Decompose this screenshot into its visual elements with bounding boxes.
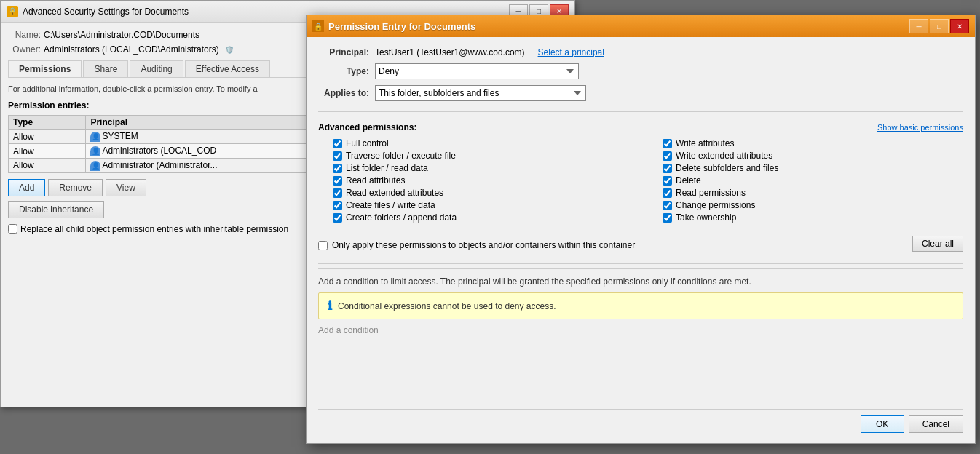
clear-all-button[interactable]: Clear all: [912, 236, 963, 252]
perm-list-folder-label: List folder / read data: [346, 163, 428, 173]
perm-read-extended-checkbox[interactable]: [333, 188, 342, 198]
fg-close-button[interactable]: ✕: [950, 19, 969, 33]
apply-only-checkbox[interactable]: [318, 241, 328, 250]
view-button[interactable]: View: [106, 179, 146, 196]
owner-icon: 🛡️: [225, 46, 234, 54]
owner-label: Owner:: [8, 44, 41, 55]
tab-auditing[interactable]: Auditing: [130, 60, 183, 77]
fg-minimize-button[interactable]: ─: [909, 19, 928, 33]
fg-titlebar-controls: ─ □ ✕: [909, 19, 969, 33]
type-row: Type: Allow Deny: [318, 63, 963, 79]
perm-write-attributes-label: Write attributes: [676, 138, 734, 148]
type-select[interactable]: Allow Deny: [375, 63, 579, 79]
name-value: C:\Users\Administrator.COD\Documents: [44, 30, 199, 40]
replace-checkbox[interactable]: [8, 224, 17, 234]
applies-to-select[interactable]: This folder, subfolders and files This f…: [375, 85, 586, 101]
add-condition-link: Add a condition: [318, 325, 963, 335]
perm-list-folder-checkbox[interactable]: [333, 164, 342, 173]
perm-create-files: Create files / write data: [333, 200, 633, 210]
disable-inheritance-button[interactable]: Disable inheritance: [8, 201, 104, 218]
adv-header: Advanced permissions: Show basic permiss…: [318, 122, 963, 132]
dialog-footer: OK Cancel: [318, 409, 963, 433]
row2-type: Allow: [9, 144, 86, 159]
select-principal-link[interactable]: Select a principal: [538, 47, 604, 57]
bg-title-left: 🔒 Advanced Security Settings for Documen…: [7, 6, 189, 17]
fg-maximize-button[interactable]: □: [930, 19, 949, 33]
fg-dialog-title: Permission Entry for Documents: [328, 21, 475, 32]
perm-create-files-label: Create files / write data: [346, 200, 435, 210]
perm-create-folders: Create folders / append data: [333, 212, 633, 223]
perm-change-permissions-checkbox[interactable]: [663, 201, 672, 210]
row1-type: Allow: [9, 130, 86, 144]
cancel-button[interactable]: Cancel: [909, 415, 963, 433]
perm-read-attributes-checkbox[interactable]: [333, 176, 342, 186]
info-box: ℹ Conditional expressions cannot be used…: [318, 292, 963, 319]
perm-full-control-checkbox[interactable]: [333, 139, 342, 148]
perm-read-permissions-checkbox[interactable]: [663, 188, 672, 198]
fg-title-left: 🔒 Permission Entry for Documents: [312, 20, 475, 32]
applies-to-row: Applies to: This folder, subfolders and …: [318, 85, 963, 101]
perm-delete: Delete: [663, 175, 963, 186]
perm-write-extended: Write extended attributes: [663, 151, 963, 161]
row3-type: Allow: [9, 159, 86, 173]
add-button[interactable]: Add: [8, 179, 45, 196]
perm-write-attributes-checkbox[interactable]: [663, 139, 672, 148]
perm-create-folders-label: Create folders / append data: [346, 212, 457, 223]
perm-create-files-checkbox[interactable]: [333, 201, 342, 210]
adv-permissions-title: Advanced permissions:: [318, 122, 416, 132]
remove-button[interactable]: Remove: [48, 179, 103, 196]
perm-write-extended-label: Write extended attributes: [676, 151, 772, 161]
perm-create-folders-checkbox[interactable]: [333, 213, 342, 223]
perm-read-extended-label: Read extended attributes: [346, 188, 443, 198]
tab-share[interactable]: Share: [83, 60, 128, 77]
perm-delete-subfolders-checkbox[interactable]: [663, 164, 672, 173]
perm-traverse-folder-checkbox[interactable]: [333, 151, 342, 161]
bg-title-icon: 🔒: [7, 6, 18, 17]
apply-only-row: Only apply these permissions to objects …: [318, 240, 635, 250]
perm-take-ownership-checkbox[interactable]: [663, 213, 672, 223]
perm-delete-label: Delete: [676, 175, 701, 186]
ok-button[interactable]: OK: [861, 415, 904, 433]
perm-read-attributes-label: Read attributes: [346, 175, 405, 186]
perm-list-folder: List folder / read data: [333, 163, 633, 173]
principal-row: Principal: TestUser1 (TestUser1@www.cod.…: [318, 47, 963, 57]
perm-write-extended-checkbox[interactable]: [663, 151, 672, 161]
principal-value: TestUser1 (TestUser1@www.cod.com): [375, 47, 525, 57]
name-label: Name:: [8, 30, 41, 40]
perm-read-permissions-label: Read permissions: [676, 188, 746, 198]
perm-read-permissions: Read permissions: [663, 188, 963, 198]
divider-1: [318, 111, 963, 112]
perm-traverse-folder-label: Traverse folder / execute file: [346, 151, 456, 161]
perm-full-control-label: Full control: [346, 138, 389, 148]
perm-delete-subfolders: Delete subfolders and files: [663, 163, 963, 173]
principal-label: Principal:: [318, 47, 369, 57]
bg-window-title: Advanced Security Settings for Documents: [23, 7, 189, 17]
perm-take-ownership: Take ownership: [663, 212, 963, 223]
perm-traverse-folder: Traverse folder / execute file: [333, 151, 633, 161]
show-basic-link[interactable]: Show basic permissions: [877, 123, 963, 132]
fg-titlebar: 🔒 Permission Entry for Documents ─ □ ✕: [307, 15, 975, 37]
col-type: Type: [9, 116, 86, 130]
tab-permissions[interactable]: Permissions: [8, 60, 82, 77]
perm-change-permissions: Change permissions: [663, 200, 963, 210]
fg-dialog: 🔒 Permission Entry for Documents ─ □ ✕ P…: [306, 15, 976, 444]
type-label: Type:: [318, 66, 369, 76]
replace-label: Replace all child object permission entr…: [20, 224, 288, 234]
applies-to-label: Applies to:: [318, 88, 369, 98]
user-icon-3: 👤: [90, 161, 100, 171]
divider-2: [318, 263, 963, 264]
apply-only-label: Only apply these permissions to objects …: [332, 240, 635, 250]
info-icon: ℹ: [328, 299, 332, 313]
perm-delete-subfolders-label: Delete subfolders and files: [676, 163, 778, 173]
owner-value: Administrators (LOCAL_COD\Administrators…: [44, 44, 219, 55]
perm-full-control: Full control: [333, 138, 633, 148]
perm-delete-checkbox[interactable]: [663, 176, 672, 186]
fg-body: Principal: TestUser1 (TestUser1@www.cod.…: [307, 37, 975, 443]
user-icon-2: 👤: [90, 146, 100, 156]
perm-write-attributes: Write attributes: [663, 138, 963, 148]
perm-read-attributes: Read attributes: [333, 175, 633, 186]
condition-description: Add a condition to limit access. The pri…: [318, 276, 963, 287]
apply-only-section: Only apply these permissions to objects …: [318, 233, 963, 255]
tab-effective-access[interactable]: Effective Access: [185, 60, 270, 77]
condition-section: Add a condition to limit access. The pri…: [318, 268, 963, 409]
